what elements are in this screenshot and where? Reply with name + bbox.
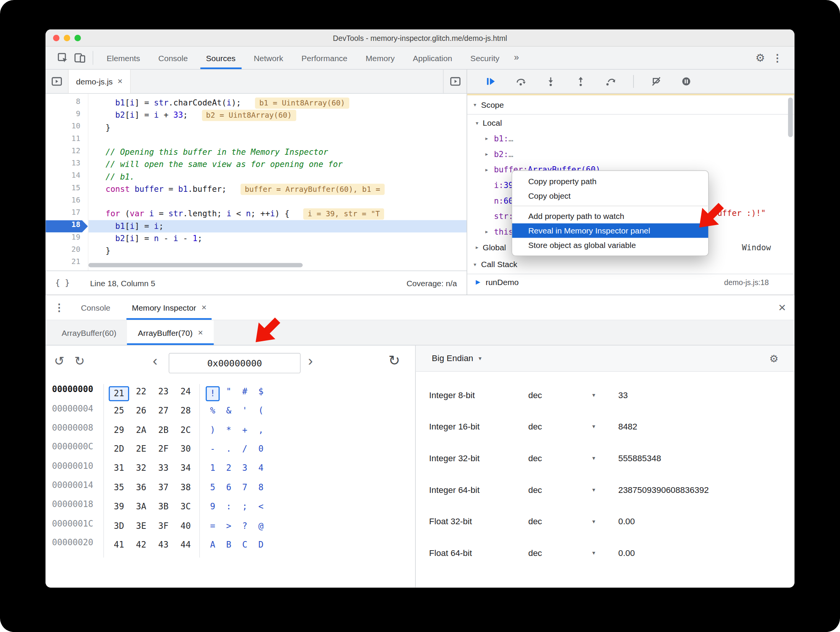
value-mode-dropdown[interactable]: dec▾: [528, 454, 600, 463]
memory-ascii-char[interactable]: :: [222, 501, 235, 516]
memory-ascii-char[interactable]: !: [206, 386, 219, 401]
memory-ascii-char[interactable]: %: [206, 405, 219, 420]
redo-icon[interactable]: ↻: [75, 354, 85, 369]
memory-ascii-char[interactable]: 3: [238, 463, 251, 478]
close-tab-icon[interactable]: ×: [198, 328, 203, 337]
tab-network[interactable]: Network: [245, 47, 292, 69]
step-icon[interactable]: [602, 73, 619, 90]
memory-byte[interactable]: 39: [109, 501, 129, 516]
refresh-icon[interactable]: ↻: [388, 352, 400, 369]
resume-script-icon[interactable]: [482, 73, 499, 90]
step-over-icon[interactable]: [512, 73, 529, 90]
gutter-line-number[interactable]: 8: [45, 97, 88, 109]
device-toolbar-icon[interactable]: [71, 49, 88, 66]
memory-byte[interactable]: 38: [175, 482, 196, 497]
memory-ascii-char[interactable]: 9: [206, 501, 219, 516]
memory-ascii-char[interactable]: 8: [254, 482, 268, 497]
memory-ascii-char[interactable]: A: [206, 540, 219, 554]
tab-application[interactable]: Application: [404, 47, 461, 69]
memory-byte[interactable]: 22: [131, 386, 151, 401]
code-line[interactable]: }: [88, 122, 467, 134]
memory-byte[interactable]: 3B: [153, 501, 174, 516]
menu-item-copy-object[interactable]: Copy object: [512, 188, 708, 203]
gutter-line-number[interactable]: 17: [45, 208, 88, 220]
tab-console[interactable]: Console: [149, 47, 197, 69]
call-stack-section-header[interactable]: ▾ Call Stack: [467, 255, 794, 274]
memory-byte[interactable]: 43: [153, 540, 174, 554]
memory-ascii-char[interactable]: =: [206, 520, 219, 535]
gutter-line-number[interactable]: 11: [45, 134, 88, 146]
memory-ascii-char[interactable]: ,: [254, 425, 268, 439]
sidebar-vertical-scrollbar[interactable]: [788, 97, 793, 137]
memory-byte[interactable]: 41: [109, 540, 129, 554]
memory-ascii-char[interactable]: -: [206, 444, 219, 459]
expand-arrow-icon[interactable]: ▸: [485, 136, 494, 141]
memory-ascii-char[interactable]: ?: [238, 520, 251, 535]
step-into-icon[interactable]: [542, 73, 559, 90]
gutter-line-number[interactable]: 20: [45, 245, 88, 257]
file-tab-demo-js[interactable]: demo-js.js ×: [68, 70, 131, 93]
memory-byte[interactable]: 21: [109, 386, 129, 401]
expand-arrow-icon[interactable]: ▸: [485, 151, 494, 157]
call-stack-frame[interactable]: ▶ runDemo demo-js.js:18: [467, 274, 794, 290]
tab-elements[interactable]: Elements: [97, 47, 149, 69]
gutter-line-number[interactable]: 19: [45, 232, 88, 245]
gutter-line-number[interactable]: 13: [45, 159, 88, 171]
memory-byte[interactable]: 25: [109, 405, 129, 420]
memory-ascii-char[interactable]: C: [238, 540, 251, 554]
code-line[interactable]: const buffer = b1.buffer;buffer = ArrayB…: [88, 183, 467, 195]
more-tabs-button[interactable]: »: [509, 52, 524, 63]
memory-ascii-char[interactable]: ": [222, 386, 235, 401]
code-line[interactable]: // will open the same view as for openin…: [88, 159, 467, 171]
tab-memory[interactable]: Memory: [357, 47, 404, 69]
drawer-tab-console[interactable]: Console: [70, 295, 121, 319]
toggle-debugger-sidebar-icon[interactable]: [443, 70, 467, 93]
memory-ascii-char[interactable]: 5: [206, 482, 219, 497]
tab-performance[interactable]: Performance: [292, 47, 357, 69]
close-file-tab-icon[interactable]: ×: [117, 76, 122, 86]
memory-byte[interactable]: 24: [175, 386, 196, 401]
memory-byte[interactable]: 23: [153, 386, 174, 401]
memory-ascii-char[interactable]: >: [222, 520, 235, 535]
memory-byte[interactable]: 35: [109, 482, 129, 497]
memory-ascii-char[interactable]: /: [238, 444, 251, 459]
memory-byte[interactable]: 34: [175, 463, 196, 478]
memory-ascii-char[interactable]: .: [222, 444, 235, 459]
inspect-element-icon[interactable]: [54, 49, 71, 66]
value-mode-dropdown[interactable]: dec▾: [528, 485, 600, 494]
value-mode-dropdown[interactable]: dec▾: [528, 517, 600, 526]
show-navigator-icon[interactable]: [45, 70, 68, 93]
gutter-line-number[interactable]: 14: [45, 171, 88, 183]
expand-arrow-icon[interactable]: ▸: [485, 229, 494, 235]
memory-byte[interactable]: 27: [153, 405, 174, 420]
memory-byte[interactable]: 3D: [109, 520, 129, 535]
memory-tab-arraybuffer-70[interactable]: ArrayBuffer(70)×: [127, 320, 214, 345]
memory-byte[interactable]: 33: [153, 463, 174, 478]
memory-byte[interactable]: 28: [175, 405, 196, 420]
pause-on-exceptions-icon[interactable]: [678, 73, 695, 90]
memory-byte[interactable]: 40: [175, 520, 196, 535]
memory-ascii-char[interactable]: ;: [238, 501, 251, 516]
memory-byte[interactable]: 44: [175, 540, 196, 554]
memory-ascii-char[interactable]: <: [254, 501, 268, 516]
code-line[interactable]: for (var i = str.length; i < n; ++i) {i …: [88, 208, 467, 220]
scope-variable-b1[interactable]: ▸b1: …: [467, 131, 794, 146]
main-menu-kebab-icon[interactable]: ⋮: [769, 49, 786, 66]
memory-byte[interactable]: 3F: [153, 520, 174, 535]
memory-ascii-char[interactable]: (: [254, 405, 268, 420]
deactivate-breakpoints-icon[interactable]: [648, 73, 665, 90]
code-editor[interactable]: 89101112131415161718192021 b1[i] = str.c…: [45, 94, 467, 271]
memory-ascii-char[interactable]: +: [238, 425, 251, 439]
code-line[interactable]: // Opening this buffer in the Memory Ins…: [88, 146, 467, 159]
scope-local-group[interactable]: ▾ Local: [467, 115, 794, 131]
drawer-menu-kebab-icon[interactable]: ⋮: [54, 301, 70, 314]
memory-ascii-char[interactable]: 6: [222, 482, 235, 497]
gutter-line-number[interactable]: 15: [45, 183, 88, 195]
memory-ascii-char[interactable]: ': [238, 405, 251, 420]
menu-item-reveal-in-memory-inspector-panel[interactable]: Reveal in Memory Inspector panel: [512, 224, 708, 238]
memory-byte[interactable]: 32: [131, 463, 151, 478]
interpreter-settings-gear-icon[interactable]: ⚙: [769, 352, 778, 365]
code-line[interactable]: b1[i] = str.charCodeAt(i);b1 = Uint8Arra…: [88, 97, 467, 109]
memory-ascii-char[interactable]: $: [254, 386, 268, 401]
memory-byte[interactable]: 2E: [131, 444, 151, 459]
